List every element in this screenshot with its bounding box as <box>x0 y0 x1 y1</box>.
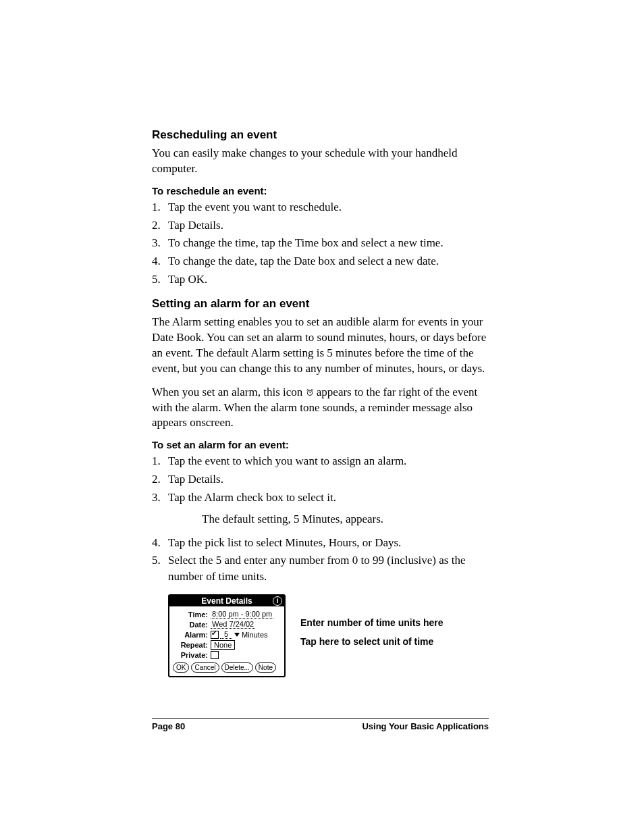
event-details-dialog: Event Details i Time: 8:00 pm - 9:00 pm … <box>168 594 286 677</box>
label-repeat: Repeat: <box>173 641 211 649</box>
callout-enter-number: Enter number of time units here <box>300 617 444 629</box>
step-note: The default setting, 5 Minutes, appears. <box>202 511 489 527</box>
footer-page: Page 80 <box>152 721 185 731</box>
field-alarm-unit[interactable]: Minutes <box>242 631 268 639</box>
step: Tap Details. <box>168 217 489 234</box>
label-alarm: Alarm: <box>173 631 211 639</box>
field-repeat[interactable]: None <box>211 640 235 650</box>
step: Tap OK. <box>168 271 489 288</box>
checkbox-private[interactable] <box>211 651 219 659</box>
steps-reschedule: 1.Tap the event you want to reschedule. … <box>152 199 489 288</box>
heading-rescheduling: Rescheduling an event <box>152 128 489 142</box>
footer-rule <box>152 718 489 719</box>
callout-select-unit: Tap here to select unit of time <box>300 636 444 648</box>
field-time[interactable]: 8:00 pm - 9:00 pm <box>211 610 273 619</box>
step: To change the date, tap the Date box and… <box>168 253 489 269</box>
svg-line-4 <box>311 389 313 390</box>
cancel-button[interactable]: Cancel <box>191 662 219 673</box>
field-date[interactable]: Wed 7/24/02 <box>211 620 255 629</box>
step: Tap the pick list to select Minutes, Hou… <box>168 535 489 551</box>
delete-button[interactable]: Delete... <box>221 662 253 673</box>
step: Tap the event to which you want to assig… <box>168 453 489 469</box>
subhead-reschedule: To reschedule an event: <box>152 185 489 197</box>
subhead-set-alarm: To set an alarm for an event: <box>152 439 489 450</box>
field-alarm-number[interactable]: 5 <box>220 630 232 639</box>
alarm-clock-icon <box>306 388 314 396</box>
footer-chapter: Using Your Basic Applications <box>362 721 489 731</box>
step: Tap the event you want to reschedule. <box>168 199 489 215</box>
figure-event-details: Event Details i Time: 8:00 pm - 9:00 pm … <box>168 594 489 677</box>
info-icon[interactable]: i <box>273 596 282 606</box>
dialog-titlebar: Event Details i <box>169 596 284 606</box>
step: To change the time, tap the Time box and… <box>168 235 489 251</box>
label-time: Time: <box>173 610 211 619</box>
step: Tap Details. <box>168 471 489 488</box>
step: Tap the Alarm check box to select it. Th… <box>168 490 489 533</box>
label-date: Date: <box>173 621 211 629</box>
callouts: Enter number of time units here Tap here… <box>300 594 444 648</box>
step: Select the 5 and enter any number from 0… <box>168 552 489 585</box>
checkbox-alarm[interactable] <box>211 631 219 639</box>
dialog-title: Event Details <box>201 596 252 606</box>
dropdown-icon[interactable] <box>234 633 240 637</box>
para-alarm-1: The Alarm setting enables you to set an … <box>152 315 489 377</box>
svg-line-3 <box>306 389 308 390</box>
para-alarm-2: When you set an alarm, this icon appears… <box>152 385 489 432</box>
steps-set-alarm: 1.Tap the event to which you want to ass… <box>152 453 489 585</box>
para-alarm-2a: When you set an alarm, this icon <box>152 386 306 398</box>
heading-alarm: Setting an alarm for an event <box>152 297 489 311</box>
note-button[interactable]: Note <box>255 662 276 673</box>
ok-button[interactable]: OK <box>173 662 189 673</box>
label-private: Private: <box>173 651 211 659</box>
intro-rescheduling: You can easily make changes to your sche… <box>152 146 489 177</box>
